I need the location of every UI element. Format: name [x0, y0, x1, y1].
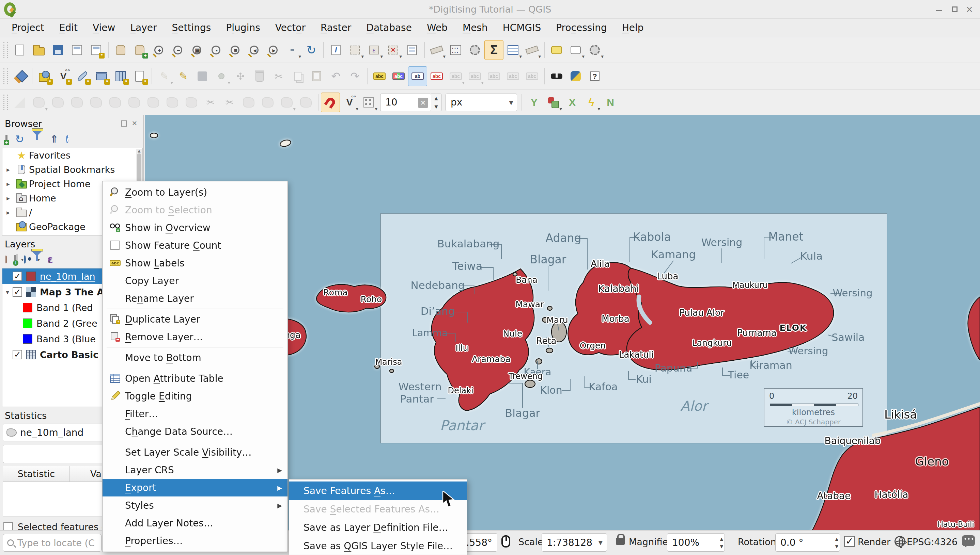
zoom-out[interactable]: − — [168, 40, 187, 60]
snapping-type[interactable]: ▾ — [359, 93, 378, 112]
save-layer-edits[interactable] — [193, 66, 212, 86]
vertex-tool[interactable]: ▾ — [277, 93, 296, 112]
python-console[interactable] — [566, 66, 585, 86]
simplify-feature[interactable] — [87, 93, 106, 112]
expander-icon[interactable]: ▸ — [2, 180, 14, 188]
new-3d-map-view[interactable]: ▾ — [283, 40, 302, 60]
context-item-styles[interactable]: Styles▶ — [103, 496, 288, 514]
toolbar-drag-handle[interactable] — [3, 95, 8, 110]
pin-unpin-labels[interactable]: abc▾ — [446, 66, 465, 86]
new-print-layout[interactable] — [68, 40, 87, 60]
submenu-item-save-features-as-[interactable]: Save Features As… — [289, 481, 467, 500]
enable-topological-editing[interactable]: Y — [525, 93, 544, 112]
new-annotation[interactable]: ▾ — [566, 40, 585, 60]
locator-search-input[interactable]: Type to locate (C — [3, 534, 101, 552]
layer-diagram-options[interactable]: abc — [389, 66, 408, 86]
snap-tolerance-spinbox[interactable]: 10✕▲▼ — [380, 93, 441, 111]
new-project[interactable] — [10, 40, 29, 60]
select-features[interactable]: ▾ — [345, 40, 364, 60]
scale-combo[interactable]: 1:738128▼ — [542, 533, 607, 552]
clear-icon[interactable]: ✕ — [418, 98, 428, 108]
menu-processing[interactable]: Processing — [549, 22, 615, 33]
add-part[interactable] — [125, 93, 144, 112]
context-item-set-layer-scale-visibility-[interactable]: Set Layer Scale Visibility… — [103, 443, 288, 461]
menu-settings[interactable]: Settings — [164, 22, 219, 33]
add-group-icon[interactable] — [14, 256, 16, 263]
context-item-layer-crs[interactable]: Layer CRS▶ — [103, 461, 288, 479]
context-item-rename-layer[interactable]: Rename Layer — [103, 290, 288, 307]
menu-web[interactable]: Web — [419, 22, 455, 33]
browser-close-icon[interactable]: × — [130, 119, 138, 127]
context-item-show-feature-count[interactable]: Show Feature Count — [103, 236, 288, 254]
context-item-zoom-to-layer-s-[interactable]: Zoom to Layer(s) — [103, 183, 288, 201]
context-item-change-data-source-[interactable]: Change Data Source… — [103, 423, 288, 440]
enable-snapping[interactable] — [321, 93, 340, 112]
statistical-summary[interactable] — [446, 40, 465, 60]
context-item-show-labels[interactable]: abcShow Labels — [103, 254, 288, 272]
spin-arrows-icon[interactable]: ▲▼ — [431, 93, 441, 111]
browser-float-icon[interactable] — [121, 120, 127, 127]
options[interactable]: ▾ — [585, 40, 604, 60]
layer-checkbox[interactable]: ✓ — [13, 350, 22, 359]
browser-item-spatial-bookmarks[interactable]: ▸Spatial Bookmarks — [2, 162, 142, 176]
osm-place-search[interactable] — [547, 66, 566, 86]
filter-expression-icon[interactable]: ε▾ — [47, 253, 51, 265]
context-item-move-to-bottom[interactable]: Move to Bottom — [103, 349, 288, 366]
undo[interactable]: ↶ — [326, 66, 345, 86]
menu-mesh[interactable]: Mesh — [455, 22, 495, 33]
new-shapefile-layer[interactable]: V* — [54, 66, 73, 86]
zoom-next[interactable]: ▸ — [264, 40, 283, 60]
spin-arrows-icon[interactable]: ▲▼ — [835, 535, 838, 550]
render-checkbox[interactable]: ✓ — [844, 536, 855, 547]
context-item-export[interactable]: Export▶ — [103, 479, 288, 496]
open-attribute-table[interactable]: ▾ — [504, 40, 523, 60]
toggle-display-of-unplaced-labels[interactable]: abc — [427, 66, 446, 86]
zoom-full[interactable]: ▣ — [187, 40, 206, 60]
menu-database[interactable]: Database — [359, 22, 419, 33]
snap-unit-combo[interactable]: px▼ — [446, 93, 517, 111]
clone-features[interactable]: ▾ — [29, 93, 48, 112]
select-by-expression[interactable]: ε▾ — [364, 40, 383, 60]
menu-help[interactable]: Help — [615, 22, 651, 33]
layer-styling-icon[interactable] — [5, 256, 7, 263]
filter-legend-icon[interactable]: ▾ — [31, 256, 40, 263]
copy-features[interactable] — [288, 66, 307, 86]
pan-map[interactable] — [111, 40, 130, 60]
snapping-mode[interactable]: V▾ — [340, 93, 359, 112]
help-contents[interactable]: ? — [585, 66, 604, 86]
show-hide-labels[interactable]: abc▾ — [465, 66, 484, 86]
deselect-features[interactable]: ✕▾ — [383, 40, 402, 60]
context-item-show-in-overview[interactable]: Show in Overview — [103, 219, 288, 236]
rotate-label[interactable]: abc — [504, 66, 523, 86]
open-field-calculator[interactable] — [402, 40, 422, 60]
map-tips[interactable] — [547, 40, 566, 60]
move-features[interactable] — [48, 93, 68, 112]
crs-globe-icon[interactable] — [895, 536, 905, 547]
move-feature[interactable]: ✣ — [231, 66, 250, 86]
current-edits[interactable]: ✎▾ — [154, 66, 174, 86]
toolbar-drag-handle[interactable] — [3, 68, 8, 84]
toggle-editing[interactable]: ✎ — [174, 66, 193, 86]
trim-extend[interactable] — [296, 93, 315, 112]
enable-snapping-on-intersection[interactable]: X — [563, 93, 582, 112]
expander-icon[interactable]: ▸ — [2, 166, 14, 173]
lock-scale-icon[interactable] — [616, 538, 625, 545]
expander-icon[interactable]: ▸ — [2, 194, 14, 202]
properties-icon[interactable]: i — [66, 135, 68, 144]
save-project[interactable] — [48, 40, 68, 60]
menu-project[interactable]: Project — [4, 22, 52, 33]
layer-checkbox[interactable]: ✓ — [13, 271, 22, 281]
offset-curve[interactable] — [163, 93, 182, 112]
change-label-properties[interactable]: abc — [523, 66, 542, 86]
measure-area[interactable]: ▾ — [523, 40, 542, 60]
split-parts[interactable]: ✂ — [220, 93, 239, 112]
close-icon[interactable]: × — [964, 3, 975, 15]
context-item-open-attribute-table[interactable]: Open Attribute Table — [103, 369, 288, 387]
refresh-icon[interactable]: ↻ — [15, 134, 24, 144]
submenu-item-save-as-layer-definition-file-[interactable]: Save as Layer Definition File… — [289, 518, 467, 537]
spin-arrows-icon[interactable]: ▲▼ — [720, 535, 723, 550]
new-spatialite-layer[interactable]: * — [73, 66, 92, 86]
show-statistical-summary[interactable]: Σ — [484, 40, 504, 60]
new-virtual-layer[interactable]: * — [111, 66, 130, 86]
merge-attributes[interactable] — [258, 93, 277, 112]
